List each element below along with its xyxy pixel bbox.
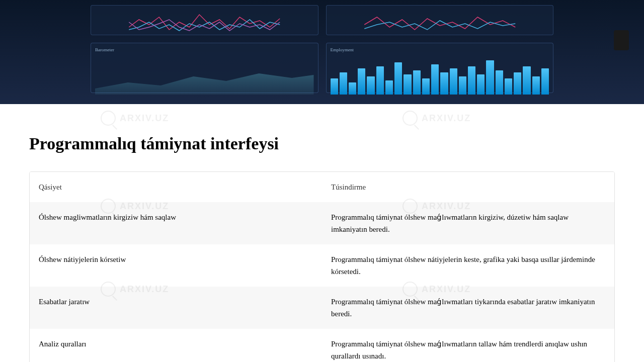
panel-label: Employment xyxy=(331,47,549,52)
dashboard-top-row xyxy=(91,5,553,35)
dashboard-panel-2 xyxy=(326,5,554,35)
table-cell-property: Esabatlar jaratıw xyxy=(30,287,322,329)
phone-icon xyxy=(614,30,629,50)
table-cell-property: Ólshew nátiyjelerin kórsetiw xyxy=(30,244,322,287)
content-area: Programmalıq támiynat interfeysi Qásiyet… xyxy=(0,104,644,362)
panel-label: Barometer xyxy=(95,47,314,52)
table-cell-description: Programmalıq támiynat ólshew nátiyjeleri… xyxy=(322,244,614,287)
table-header-property: Qásiyet xyxy=(30,172,322,202)
table-cell-description: Programmalıq támiynat ólshew maǵlıwmatla… xyxy=(322,287,614,329)
line-chart-icon xyxy=(95,10,314,35)
table-row: Ólshew magliwmatların kirgiziw hám saqla… xyxy=(30,202,614,244)
table-row: Analiz quralları Programmalıq támiynat ó… xyxy=(30,329,614,362)
hero-banner: Barometer Employment xyxy=(0,0,644,104)
table-header-row: Qásiyet Túsindirme xyxy=(30,172,614,202)
feature-table: Qásiyet Túsindirme Ólshew magliwmatların… xyxy=(30,172,614,362)
line-chart-icon xyxy=(331,10,549,35)
table-cell-property: Analiz quralları xyxy=(30,329,322,362)
dashboard-panel-4: Employment xyxy=(326,43,554,93)
table-row: Esabatlar jaratıw Programmalıq támiynat … xyxy=(30,287,614,329)
dashboard-panel-3: Barometer xyxy=(91,43,318,93)
table-header-description: Túsindirme xyxy=(322,172,614,202)
page-title: Programmalıq támiynat interfeysi xyxy=(29,134,615,153)
table-cell-property: Ólshew magliwmatların kirgiziw hám saqla… xyxy=(30,202,322,244)
feature-table-container: Qásiyet Túsindirme Ólshew magliwmatların… xyxy=(29,171,615,362)
table-cell-description: Programmalıq támiynat ólshew maǵlıwmatla… xyxy=(322,202,614,244)
table-row: Ólshew nátiyjelerin kórsetiw Programmalı… xyxy=(30,244,614,287)
dashboard-panel-1 xyxy=(91,5,318,35)
dashboard-bottom-row: Barometer Employment xyxy=(91,43,553,93)
table-cell-description: Programmalıq támiynat ólshew maǵlıwmatla… xyxy=(322,329,614,362)
